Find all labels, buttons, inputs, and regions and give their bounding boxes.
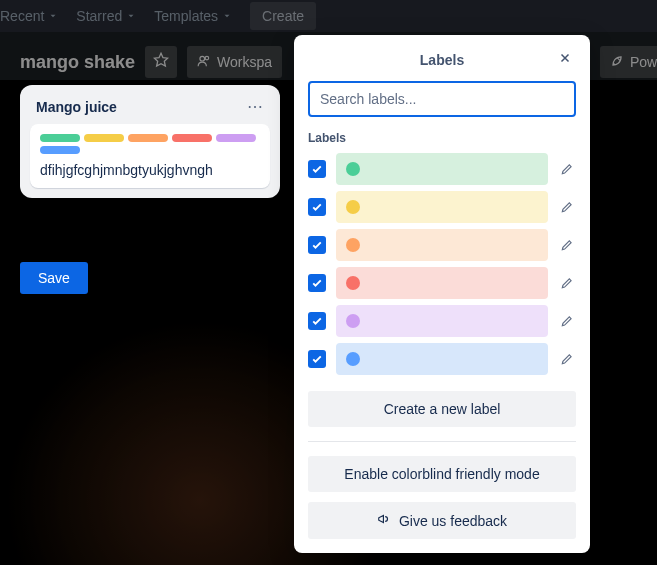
create-label-text: Create a new label: [384, 401, 501, 417]
label-color-dot: [346, 314, 360, 328]
label-color-dot: [346, 200, 360, 214]
label-color-bar[interactable]: [336, 267, 548, 299]
pencil-icon[interactable]: [558, 160, 576, 178]
list: Mango juice ⋯ dfihjgfcghjmnbgtyukjghvngh: [20, 85, 280, 198]
card-label-chip[interactable]: [84, 134, 124, 142]
save-button[interactable]: Save: [20, 262, 88, 294]
label-color-bar[interactable]: [336, 229, 548, 261]
labels-section-heading: Labels: [308, 131, 576, 145]
divider: [308, 441, 576, 442]
list-title[interactable]: Mango juice: [36, 99, 117, 115]
create-label-button[interactable]: Create a new label: [308, 391, 576, 427]
feedback-button[interactable]: Give us feedback: [308, 502, 576, 539]
label-color-dot: [346, 352, 360, 366]
label-color-dot: [346, 276, 360, 290]
pencil-icon[interactable]: [558, 312, 576, 330]
megaphone-icon: [377, 512, 391, 529]
label-row: [308, 191, 576, 223]
card-label-chip[interactable]: [128, 134, 168, 142]
card-label-chip[interactable]: [40, 134, 80, 142]
label-color-bar[interactable]: [336, 343, 548, 375]
close-icon: [558, 51, 572, 69]
pencil-icon[interactable]: [558, 236, 576, 254]
label-row: [308, 267, 576, 299]
close-button[interactable]: [554, 49, 576, 71]
label-row: [308, 229, 576, 261]
label-color-dot: [346, 238, 360, 252]
card-labels: [40, 134, 260, 154]
label-row: [308, 153, 576, 185]
label-color-bar[interactable]: [336, 191, 548, 223]
card-label-chip[interactable]: [40, 146, 80, 154]
pencil-icon[interactable]: [558, 350, 576, 368]
card-text: dfihjgfcghjmnbgtyukjghvngh: [40, 162, 260, 178]
label-row: [308, 305, 576, 337]
feedback-text: Give us feedback: [399, 513, 507, 529]
pencil-icon[interactable]: [558, 274, 576, 292]
pencil-icon[interactable]: [558, 198, 576, 216]
card-label-chip[interactable]: [216, 134, 256, 142]
label-checkbox[interactable]: [308, 274, 326, 292]
popover-title: Labels: [420, 52, 464, 68]
label-checkbox[interactable]: [308, 236, 326, 254]
label-row: [308, 343, 576, 375]
label-checkbox[interactable]: [308, 312, 326, 330]
list-menu-icon[interactable]: ⋯: [247, 97, 264, 116]
label-color-bar[interactable]: [336, 305, 548, 337]
save-label: Save: [38, 270, 70, 286]
label-checkbox[interactable]: [308, 350, 326, 368]
colorblind-mode-button[interactable]: Enable colorblind friendly mode: [308, 456, 576, 492]
card[interactable]: dfihjgfcghjmnbgtyukjghvngh: [30, 124, 270, 188]
search-labels-input[interactable]: [308, 81, 576, 117]
label-color-bar[interactable]: [336, 153, 548, 185]
label-color-dot: [346, 162, 360, 176]
labels-popover: Labels Labels Create a new label Enable …: [294, 35, 590, 553]
card-label-chip[interactable]: [172, 134, 212, 142]
label-checkbox[interactable]: [308, 160, 326, 178]
colorblind-mode-text: Enable colorblind friendly mode: [344, 466, 539, 482]
label-checkbox[interactable]: [308, 198, 326, 216]
